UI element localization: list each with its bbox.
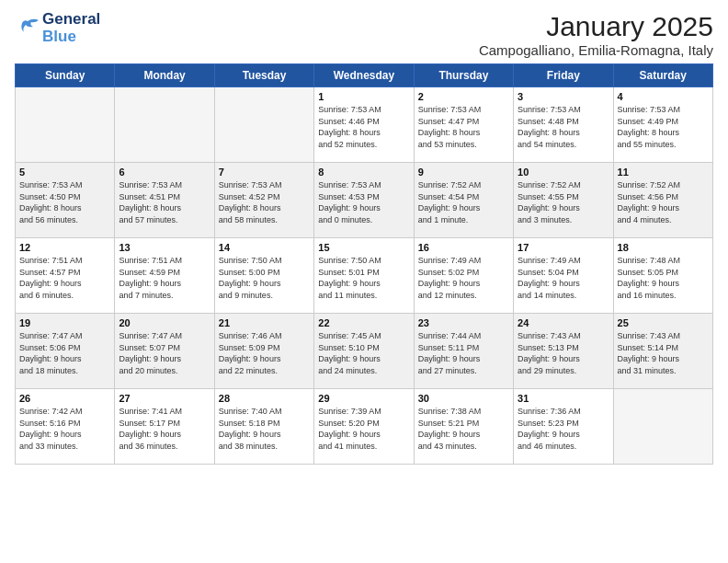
day-info: Sunrise: 7:46 AM Sunset: 5:09 PM Dayligh… <box>219 330 310 376</box>
day-info: Sunrise: 7:53 AM Sunset: 4:52 PM Dayligh… <box>219 179 310 225</box>
calendar-cell: 23Sunrise: 7:44 AM Sunset: 5:11 PM Dayli… <box>414 314 513 389</box>
day-number: 13 <box>119 242 210 253</box>
day-info: Sunrise: 7:47 AM Sunset: 5:06 PM Dayligh… <box>19 330 110 376</box>
calendar-cell: 19Sunrise: 7:47 AM Sunset: 5:06 PM Dayli… <box>16 314 115 389</box>
day-info: Sunrise: 7:44 AM Sunset: 5:11 PM Dayligh… <box>418 330 509 376</box>
calendar-cell: 4Sunrise: 7:53 AM Sunset: 4:49 PM Daylig… <box>613 87 712 163</box>
main-title: January 2025 <box>479 11 713 42</box>
day-number: 12 <box>19 242 110 253</box>
day-number: 3 <box>518 91 609 102</box>
day-number: 4 <box>618 91 709 102</box>
day-info: Sunrise: 7:53 AM Sunset: 4:50 PM Dayligh… <box>19 179 110 225</box>
calendar-cell: 29Sunrise: 7:39 AM Sunset: 5:20 PM Dayli… <box>314 389 414 465</box>
calendar-cell: 18Sunrise: 7:48 AM Sunset: 5:05 PM Dayli… <box>613 238 712 314</box>
day-info: Sunrise: 7:42 AM Sunset: 5:16 PM Dayligh… <box>19 406 110 452</box>
calendar-cell: 27Sunrise: 7:41 AM Sunset: 5:17 PM Dayli… <box>115 389 214 465</box>
day-number: 15 <box>318 242 409 253</box>
day-info: Sunrise: 7:47 AM Sunset: 5:07 PM Dayligh… <box>119 330 210 376</box>
day-info: Sunrise: 7:53 AM Sunset: 4:46 PM Dayligh… <box>318 104 409 150</box>
day-number: 6 <box>119 167 210 178</box>
calendar-cell: 11Sunrise: 7:52 AM Sunset: 4:56 PM Dayli… <box>613 163 712 238</box>
subtitle: Campogalliano, Emilia-Romagna, Italy <box>479 42 713 58</box>
calendar-cell: 15Sunrise: 7:50 AM Sunset: 5:01 PM Dayli… <box>314 238 414 314</box>
calendar-cell <box>613 389 712 465</box>
calendar-cell: 14Sunrise: 7:50 AM Sunset: 5:00 PM Dayli… <box>214 238 313 314</box>
calendar-cell: 21Sunrise: 7:46 AM Sunset: 5:09 PM Dayli… <box>214 314 313 389</box>
day-number: 21 <box>219 317 310 328</box>
calendar-cell <box>214 87 313 163</box>
weekday-header-wednesday: Wednesday <box>314 64 414 87</box>
day-number: 28 <box>219 393 310 404</box>
day-number: 20 <box>119 317 210 328</box>
day-number: 30 <box>418 393 509 404</box>
calendar-cell: 9Sunrise: 7:52 AM Sunset: 4:54 PM Daylig… <box>414 163 513 238</box>
calendar-cell: 10Sunrise: 7:52 AM Sunset: 4:55 PM Dayli… <box>514 163 613 238</box>
day-info: Sunrise: 7:51 AM Sunset: 4:57 PM Dayligh… <box>19 255 110 301</box>
calendar-cell: 1Sunrise: 7:53 AM Sunset: 4:46 PM Daylig… <box>314 87 414 163</box>
day-info: Sunrise: 7:50 AM Sunset: 5:00 PM Dayligh… <box>219 255 310 301</box>
weekday-header-monday: Monday <box>115 64 214 87</box>
day-info: Sunrise: 7:49 AM Sunset: 5:04 PM Dayligh… <box>518 255 609 301</box>
day-info: Sunrise: 7:53 AM Sunset: 4:48 PM Dayligh… <box>518 104 609 150</box>
day-info: Sunrise: 7:36 AM Sunset: 5:23 PM Dayligh… <box>518 406 609 452</box>
day-number: 27 <box>119 393 210 404</box>
calendar-cell: 26Sunrise: 7:42 AM Sunset: 5:16 PM Dayli… <box>16 389 115 465</box>
day-info: Sunrise: 7:53 AM Sunset: 4:53 PM Dayligh… <box>318 179 409 225</box>
calendar-cell: 6Sunrise: 7:53 AM Sunset: 4:51 PM Daylig… <box>115 163 214 238</box>
calendar-cell: 16Sunrise: 7:49 AM Sunset: 5:02 PM Dayli… <box>414 238 513 314</box>
day-number: 31 <box>518 393 609 404</box>
day-number: 14 <box>219 242 310 253</box>
day-number: 23 <box>418 317 509 328</box>
day-number: 17 <box>518 242 609 253</box>
calendar-cell: 13Sunrise: 7:51 AM Sunset: 4:59 PM Dayli… <box>115 238 214 314</box>
day-info: Sunrise: 7:53 AM Sunset: 4:51 PM Dayligh… <box>119 179 210 225</box>
weekday-header-friday: Friday <box>514 64 613 87</box>
page-container: General Blue January 2025 Campogalliano,… <box>0 0 728 472</box>
weekday-header-sunday: Sunday <box>16 64 115 87</box>
day-number: 19 <box>19 317 110 328</box>
day-number: 2 <box>418 91 509 102</box>
day-info: Sunrise: 7:50 AM Sunset: 5:01 PM Dayligh… <box>318 255 409 301</box>
day-number: 1 <box>318 91 409 102</box>
day-info: Sunrise: 7:48 AM Sunset: 5:05 PM Dayligh… <box>618 255 709 301</box>
weekday-header-row: SundayMondayTuesdayWednesdayThursdayFrid… <box>16 64 713 87</box>
title-block: January 2025 Campogalliano, Emilia-Romag… <box>479 11 713 58</box>
day-info: Sunrise: 7:45 AM Sunset: 5:10 PM Dayligh… <box>318 330 409 376</box>
day-number: 16 <box>418 242 509 253</box>
week-row-3: 12Sunrise: 7:51 AM Sunset: 4:57 PM Dayli… <box>16 238 713 314</box>
calendar-table: SundayMondayTuesdayWednesdayThursdayFrid… <box>15 63 713 465</box>
day-info: Sunrise: 7:49 AM Sunset: 5:02 PM Dayligh… <box>418 255 509 301</box>
calendar-cell <box>16 87 115 163</box>
day-info: Sunrise: 7:43 AM Sunset: 5:14 PM Dayligh… <box>618 330 709 376</box>
day-info: Sunrise: 7:52 AM Sunset: 4:55 PM Dayligh… <box>518 179 609 225</box>
calendar-cell: 28Sunrise: 7:40 AM Sunset: 5:18 PM Dayli… <box>214 389 313 465</box>
calendar-cell <box>115 87 214 163</box>
calendar-cell: 7Sunrise: 7:53 AM Sunset: 4:52 PM Daylig… <box>214 163 313 238</box>
day-info: Sunrise: 7:41 AM Sunset: 5:17 PM Dayligh… <box>119 406 210 452</box>
day-number: 10 <box>518 167 609 178</box>
calendar-cell: 24Sunrise: 7:43 AM Sunset: 5:13 PM Dayli… <box>514 314 613 389</box>
calendar-cell: 25Sunrise: 7:43 AM Sunset: 5:14 PM Dayli… <box>613 314 712 389</box>
header: General Blue January 2025 Campogalliano,… <box>15 11 713 58</box>
day-number: 24 <box>518 317 609 328</box>
calendar-cell: 22Sunrise: 7:45 AM Sunset: 5:10 PM Dayli… <box>314 314 414 389</box>
calendar-cell: 31Sunrise: 7:36 AM Sunset: 5:23 PM Dayli… <box>514 389 613 465</box>
day-number: 8 <box>318 167 409 178</box>
week-row-5: 26Sunrise: 7:42 AM Sunset: 5:16 PM Dayli… <box>16 389 713 465</box>
day-number: 5 <box>19 167 110 178</box>
day-number: 22 <box>318 317 409 328</box>
week-row-1: 1Sunrise: 7:53 AM Sunset: 4:46 PM Daylig… <box>16 87 713 163</box>
week-row-4: 19Sunrise: 7:47 AM Sunset: 5:06 PM Dayli… <box>16 314 713 389</box>
day-info: Sunrise: 7:53 AM Sunset: 4:47 PM Dayligh… <box>418 104 509 150</box>
day-info: Sunrise: 7:43 AM Sunset: 5:13 PM Dayligh… <box>518 330 609 376</box>
weekday-header-tuesday: Tuesday <box>214 64 313 87</box>
day-info: Sunrise: 7:38 AM Sunset: 5:21 PM Dayligh… <box>418 406 509 452</box>
calendar-cell: 20Sunrise: 7:47 AM Sunset: 5:07 PM Dayli… <box>115 314 214 389</box>
weekday-header-thursday: Thursday <box>414 64 513 87</box>
day-info: Sunrise: 7:51 AM Sunset: 4:59 PM Dayligh… <box>119 255 210 301</box>
day-number: 25 <box>618 317 709 328</box>
calendar-cell: 17Sunrise: 7:49 AM Sunset: 5:04 PM Dayli… <box>514 238 613 314</box>
day-info: Sunrise: 7:52 AM Sunset: 4:56 PM Dayligh… <box>618 179 709 225</box>
day-number: 26 <box>19 393 110 404</box>
day-number: 9 <box>418 167 509 178</box>
